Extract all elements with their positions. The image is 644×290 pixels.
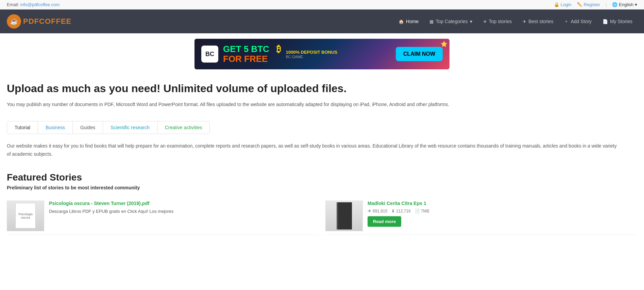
eye-icon: 👁	[368, 209, 372, 214]
nav-label-top-stories: Top stories	[489, 19, 512, 24]
top-bar-email: Email: info@pdfcoffee.com	[7, 2, 60, 7]
file-icon: 📄	[415, 209, 420, 214]
story-downloads: ⬇ 112,716	[391, 209, 410, 214]
hero-title: Upload as much as you need! Unlimited vo…	[7, 82, 637, 96]
tab-guides[interactable]: Guides	[73, 121, 103, 134]
ad-star-icon: ⭐	[441, 41, 447, 47]
tab-content-text: Our website makes it easy for you to fin…	[7, 142, 619, 158]
download-icon: ⬇	[391, 209, 395, 214]
nav-item-best-stories: ✈ Best stories	[518, 16, 558, 27]
nav-label-best-stories: Best stories	[528, 19, 553, 24]
tab-tutorial[interactable]: Tutorial	[7, 121, 38, 134]
brand-logo-link[interactable]: ☕ PDFCOFFEE	[7, 14, 71, 29]
doc-icon: 📄	[603, 19, 608, 24]
ad-banner: BC GET 5 BTC ₿ FOR FREE 1000% DEPOSIT BO…	[7, 39, 637, 69]
tab-scientific-research[interactable]: Scientific research	[103, 121, 157, 134]
story-thumbnail-2	[325, 201, 363, 231]
stories-grid: Psicología oscura Psicología oscura - St…	[7, 197, 637, 235]
nav-item-home: 🏠 Home	[394, 16, 423, 27]
story-title-link[interactable]: Psicología oscura - Steven Turner (2019)…	[49, 201, 319, 206]
story-description: Descarga Libros PDF y EPUB gratis en Cli…	[49, 208, 319, 215]
story-size: 📄 7MB	[415, 209, 429, 214]
hero-description: You may publish any number of documents …	[7, 101, 619, 108]
plus-icon: ＋	[564, 18, 569, 24]
story-thumb-inner-2	[326, 201, 362, 231]
story-book-icon: Psicología oscura	[15, 203, 36, 228]
nav-label-add-story: Add Story	[571, 19, 591, 24]
ad-headline: GET 5 BTC ₿ FOR FREE	[223, 44, 281, 64]
ad-container[interactable]: BC GET 5 BTC ₿ FOR FREE 1000% DEPOSIT BO…	[194, 39, 450, 69]
bc-logo: BC	[201, 46, 218, 63]
ad-brand: BC.GAME	[286, 55, 337, 59]
featured-title: Featured Stories	[7, 172, 637, 183]
tabs-section: Tutorial Business Guides Scientific rese…	[7, 121, 637, 134]
ad-bonus: 1000% DEPOSIT BONUS BC.GAME	[286, 50, 337, 59]
home-icon: 🏠	[399, 19, 404, 24]
tab-business[interactable]: Business	[38, 121, 73, 134]
top-bar-actions: 🔒 Login ✏️ Register | 🌐 English ▾	[554, 2, 637, 7]
story-views: 👁 891,915	[368, 209, 387, 214]
tabs-list: Tutorial Business Guides Scientific rese…	[7, 121, 210, 134]
nav-label-home: Home	[406, 19, 419, 24]
nav-label-my-stories: My Stories	[610, 19, 632, 24]
ad-left: BC GET 5 BTC ₿ FOR FREE 1000% DEPOSIT BO…	[201, 44, 337, 64]
lock-icon: 🔒	[554, 2, 559, 7]
navbar: ☕ PDFCOFFEE 🏠 Home ▦ Top Categories ▾ ✈ …	[0, 10, 644, 33]
nav-item-top-categories: ▦ Top Categories ▾	[425, 16, 477, 27]
brand-logo-icon: ☕	[7, 14, 21, 29]
star-nav-icon: ✈	[523, 19, 526, 24]
story-title-link-2[interactable]: Madloki Cerita Citra Eps 1	[368, 201, 637, 206]
language-selector[interactable]: 🌐 English ▾	[612, 2, 637, 7]
story-info-2: Madloki Cerita Citra Eps 1 👁 891,915 ⬇ 1…	[368, 201, 637, 231]
brand-name: PDFCOFFEE	[23, 17, 71, 26]
register-link[interactable]: ✏️ Register	[577, 2, 600, 7]
edit-icon: ✏️	[577, 2, 582, 7]
navbar-nav: 🏠 Home ▦ Top Categories ▾ ✈ Top stories …	[394, 16, 637, 27]
nav-label-top-categories: Top Categories	[436, 19, 468, 24]
ad-claim-button[interactable]: CLAIM NOW	[396, 47, 443, 61]
story-info: Psicología oscura - Steven Turner (2019)…	[49, 201, 319, 231]
globe-icon: 🌐	[612, 2, 617, 7]
story-thumbnail: Psicología oscura	[7, 201, 44, 231]
top-bar: Email: info@pdfcoffee.com 🔒 Login ✏️ Reg…	[0, 0, 644, 10]
read-more-button[interactable]: Read more	[368, 216, 401, 227]
featured-subtitle: Preliminary list of stories to be most i…	[7, 185, 637, 190]
story-thumb-inner: Psicología oscura	[7, 201, 44, 231]
nav-item-add-story: ＋ Add Story	[559, 16, 596, 27]
nav-item-my-stories: 📄 My Stories	[598, 16, 637, 27]
chevron-down-icon: ▾	[635, 2, 637, 7]
ad-text: GET 5 BTC ₿ FOR FREE	[223, 44, 281, 64]
story-book-icon-2	[337, 202, 352, 229]
grid-icon: ▦	[429, 19, 434, 24]
featured-section: Featured Stories Preliminary list of sto…	[7, 169, 637, 238]
dropdown-arrow-icon: ▾	[470, 19, 472, 24]
send-icon: ✈	[483, 19, 487, 24]
story-card: Psicología oscura Psicología oscura - St…	[7, 197, 319, 235]
nav-item-top-stories: ✈ Top stories	[478, 16, 517, 27]
story-card: Madloki Cerita Citra Eps 1 👁 891,915 ⬇ 1…	[325, 197, 637, 235]
story-meta: 👁 891,915 ⬇ 112,716 📄 7MB	[368, 209, 637, 214]
login-link[interactable]: 🔒 Login	[554, 2, 572, 7]
email-label: Email:	[7, 2, 19, 7]
tab-creative-activities[interactable]: Creative activities	[157, 121, 210, 134]
hero-section: Upload as much as you need! Unlimited vo…	[7, 75, 637, 121]
main-content: BC GET 5 BTC ₿ FOR FREE 1000% DEPOSIT BO…	[0, 39, 644, 238]
email-link[interactable]: info@pdfcoffee.com	[20, 2, 60, 7]
